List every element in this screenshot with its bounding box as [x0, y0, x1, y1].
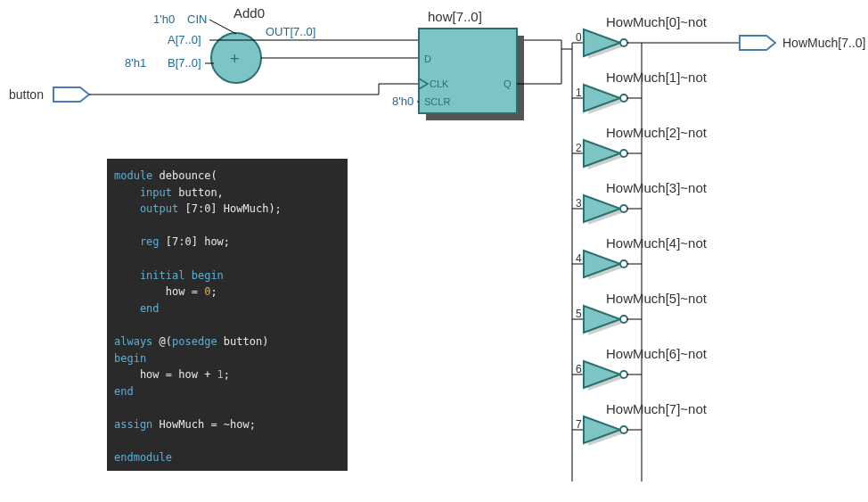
adder-cin-pin: CIN	[187, 12, 207, 26]
register-q-pin: Q	[504, 78, 512, 89]
adder-a-pin: A[7..0]	[168, 33, 201, 46]
adder-b-pin: B[7..0]	[168, 56, 201, 70]
adder-cin-const: 1'h0	[153, 12, 175, 26]
svg-point-10	[620, 39, 627, 46]
adder-block: Add0 + 1'h0 CIN A[7..0] 8'h1 B[7..0] OUT…	[125, 5, 315, 83]
svg-point-25	[620, 205, 627, 212]
inverter-2-label: HowMuch[2]~not	[606, 125, 708, 140]
svg-marker-48	[740, 36, 775, 50]
adder-plus-icon: +	[230, 50, 240, 68]
register-sclr-pin: SCLR	[424, 96, 450, 107]
code-snippet: module debounce( input button, output [7…	[107, 159, 348, 471]
svg-line-2	[209, 20, 236, 34]
inverter-7: HowMuch[7]~not 7	[572, 401, 708, 446]
inverter-1-label: HowMuch[1]~not	[606, 70, 708, 85]
output-port-howmuch: HowMuch[7..0]	[642, 36, 865, 50]
inverter-0-index: 0	[576, 31, 582, 44]
inverter-3-label: HowMuch[3]~not	[606, 180, 708, 195]
register-d-pin: D	[424, 53, 431, 64]
inverter-4-index: 4	[576, 252, 582, 265]
inverter-7-label: HowMuch[7]~not	[606, 401, 708, 416]
inverter-4: HowMuch[4]~not 4	[572, 235, 708, 280]
register-sclr-const: 8'h0	[392, 95, 414, 108]
inverter-2-index: 2	[576, 142, 582, 154]
adder-b-const: 8'h1	[125, 56, 146, 70]
inverter-6-index: 6	[576, 363, 582, 375]
inverter-2: HowMuch[2]~not 2	[572, 125, 708, 169]
output-port-label: HowMuch[7..0]	[782, 36, 865, 50]
svg-marker-0	[53, 87, 89, 102]
inverter-4-label: HowMuch[4]~not	[606, 235, 708, 251]
svg-point-15	[620, 95, 627, 102]
adder-out-pin: OUT[7..0]	[266, 25, 315, 38]
inverter-3: HowMuch[3]~not 3	[572, 180, 708, 225]
register-title: how[7..0]	[428, 9, 482, 24]
input-port-button: button	[9, 87, 89, 102]
svg-point-40	[620, 371, 627, 378]
svg-point-35	[620, 316, 627, 323]
inverter-5-index: 5	[576, 308, 582, 320]
svg-point-45	[620, 426, 627, 433]
svg-point-30	[620, 260, 627, 267]
register-clk-pin: CLK	[430, 78, 449, 89]
register-block: how[7..0] D CLK SCLR Q 8'h0	[392, 9, 524, 120]
inverter-5: HowMuch[5]~not 5	[572, 291, 708, 335]
wire-button-to-clk	[89, 84, 419, 95]
inverter-0: HowMuch[0]~not 0	[572, 14, 708, 59]
input-port-label: button	[9, 87, 44, 102]
inverter-0-label: HowMuch[0]~not	[606, 14, 708, 29]
svg-point-20	[620, 150, 627, 157]
adder-title: Add0	[233, 5, 265, 21]
inverter-1-index: 1	[576, 86, 582, 99]
inverter-6-label: HowMuch[6]~not	[606, 346, 708, 361]
inverter-6: HowMuch[6]~not 6	[572, 346, 708, 391]
inverter-3-index: 3	[576, 197, 582, 210]
inverter-7-index: 7	[576, 418, 582, 431]
inverter-1: HowMuch[1]~not 1	[572, 70, 708, 114]
inverter-5-label: HowMuch[5]~not	[606, 291, 708, 306]
